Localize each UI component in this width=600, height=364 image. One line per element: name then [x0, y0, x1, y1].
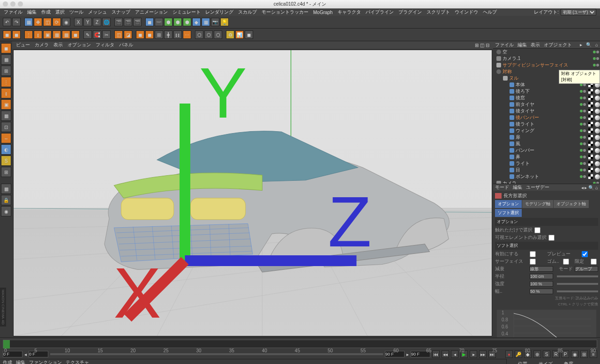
attr-tabs[interactable]: モード 編集 ユーザデー ◂ ▸ 🔍 ⌂ — [493, 184, 600, 191]
polys-button[interactable]: ▣ — [1, 99, 11, 110]
width-input[interactable] — [530, 289, 553, 294]
texture-axis-button[interactable]: ▦ — [1, 54, 11, 65]
z-axis-button[interactable]: Z — [93, 18, 101, 26]
reset-button[interactable]: ♻ — [226, 30, 234, 39]
camera-button[interactable]: 📷 — [211, 18, 219, 26]
rotate-button[interactable]: ⟳ — [52, 18, 61, 26]
extrude-button[interactable]: ◫ — [114, 30, 123, 39]
search-icon[interactable]: 🔍 — [586, 42, 592, 47]
workplane-button[interactable]: ⊞ — [1, 66, 11, 76]
tree-row[interactable]: 前タイヤ — [493, 101, 600, 108]
uv-points-button[interactable]: ⊡ — [1, 122, 11, 132]
align-button[interactable]: ⊞ — [155, 30, 163, 39]
chk-touch-select[interactable] — [534, 227, 540, 233]
tree-row[interactable]: 後窓 — [493, 95, 600, 101]
tree-row[interactable]: 目 — [493, 167, 600, 173]
array-button[interactable]: ⋯ — [183, 30, 191, 39]
tree-row[interactable]: バンパー — [493, 147, 600, 154]
poly-mode-button[interactable]: ▣ — [43, 30, 52, 39]
chk-surface[interactable] — [530, 259, 536, 265]
mattab-function[interactable]: ファンクション — [29, 359, 62, 364]
tb-9[interactable]: ◼ — [136, 30, 144, 39]
home-icon[interactable]: ⌂ — [595, 42, 598, 47]
knife-button[interactable]: ✂ — [102, 30, 111, 39]
uv-mode-button[interactable]: ▦ — [62, 30, 70, 39]
lock-button[interactable]: 🔒 — [1, 195, 11, 205]
tree-row[interactable]: カメラ — [493, 180, 600, 184]
axis-button[interactable]: ↔ — [1, 133, 11, 143]
deformer-button[interactable]: ◆ — [192, 18, 201, 26]
scale-button[interactable]: ◫ — [43, 18, 52, 26]
tab-option[interactable]: オプション — [495, 200, 522, 208]
menu-mograph[interactable]: MoGraph — [313, 10, 333, 15]
tree-row[interactable]: サブディビジョンサーフェイス — [493, 62, 600, 68]
light-button[interactable]: 💡 — [220, 18, 229, 26]
tweak-button[interactable]: ◐ — [1, 144, 11, 155]
menu-anim[interactable]: アニメーション — [135, 9, 168, 15]
mattab-texture[interactable]: テクスチャ — [66, 359, 89, 364]
workplane2-button[interactable]: ▦ — [1, 184, 11, 194]
edges-button[interactable]: ⫿ — [1, 88, 11, 98]
menu-edit[interactable]: 編集 — [27, 9, 37, 15]
mattab-create[interactable]: 作成 — [3, 359, 12, 364]
object-manager-tree[interactable]: 空カメラ.1サブディビジョンサーフェイス対称対称 オブジェクト [対称]ヌル本体… — [493, 49, 600, 184]
attr-nav-icon[interactable]: ◂ ▸ 🔍 ⌂ — [581, 185, 598, 190]
tree-row[interactable]: 後タイヤ — [493, 108, 600, 114]
falloff-graph[interactable]: 10.80.60.40.20 00.20.40.60.81 — [497, 310, 596, 337]
tb-11[interactable]: ⬡ — [214, 30, 222, 39]
undo-button[interactable]: ↶ — [3, 18, 11, 26]
tb-10[interactable]: ◼ — [145, 30, 154, 39]
chk-preview[interactable] — [582, 251, 588, 257]
optimize-button[interactable]: ⬡ — [195, 30, 203, 39]
objtab-view[interactable]: 表示 — [531, 42, 540, 48]
environment-button[interactable]: ▦ — [202, 18, 210, 26]
chk-rubber[interactable] — [563, 259, 569, 265]
radius-slider[interactable] — [557, 275, 598, 277]
menu-snap[interactable]: スナップ — [112, 9, 130, 15]
chk-visible-only[interactable] — [548, 235, 555, 241]
viewport-3d[interactable]: Y Z X — [13, 50, 492, 336]
tree-row[interactable]: 後ライト — [493, 121, 600, 127]
chk-enable[interactable] — [530, 251, 536, 257]
tree-row[interactable]: ボンネット — [493, 173, 600, 180]
redo-button[interactable]: ↷ — [12, 18, 21, 26]
menu-help[interactable]: ヘルプ — [483, 9, 497, 15]
tb-8[interactable]: ◼ — [71, 30, 80, 39]
attr-edit-tab[interactable]: 編集 — [513, 184, 522, 191]
brush-button[interactable]: ✎ — [83, 30, 92, 39]
generator2-button[interactable]: ⬢ — [173, 18, 182, 26]
model-mode-button[interactable]: ◼ — [12, 30, 21, 39]
stats-button[interactable]: 📊 — [235, 30, 244, 39]
mode-select[interactable] — [575, 266, 598, 272]
points-button[interactable]: ⋮ — [1, 77, 11, 87]
uv-polys-button[interactable]: ▦ — [1, 111, 11, 121]
menu-render[interactable]: レンダリング — [205, 9, 233, 15]
menu-character[interactable]: キャラクタ — [338, 9, 361, 15]
connect-button[interactable]: ⬡ — [204, 30, 213, 39]
strength-input[interactable] — [530, 281, 553, 287]
render-region-button[interactable]: 🎬 — [124, 18, 132, 26]
obj-mode-button[interactable]: ◼ — [1, 43, 11, 53]
tree-row[interactable]: 風 — [493, 141, 600, 147]
x-axis-button[interactable]: X — [74, 18, 82, 26]
move-button[interactable]: ✥ — [34, 18, 42, 26]
tab-soft-select[interactable]: ソフト選択 — [495, 209, 522, 217]
menu-sim[interactable]: シミュレート — [172, 9, 201, 15]
tab-modeling-axis[interactable]: モデリング軸 — [522, 200, 553, 208]
timeline-playhead[interactable] — [3, 340, 10, 349]
objtab-object[interactable]: オブジェクト — [544, 42, 572, 48]
objtab-file[interactable]: ファイル — [495, 42, 514, 48]
attr-mode-tab[interactable]: モード — [495, 184, 509, 191]
timeline-ruler[interactable]: 051015202530354045505560657075808590 — [0, 337, 600, 349]
objtab-edit[interactable]: 編集 — [518, 42, 527, 48]
tree-row[interactable]: 後バンパー — [493, 114, 600, 121]
tb-l1[interactable]: ◉ — [1, 206, 11, 216]
menu-file[interactable]: ファイル — [4, 9, 22, 15]
render-view-button[interactable]: 🎬 — [114, 18, 123, 26]
mirror-button[interactable]: ⫿⫿ — [173, 30, 182, 39]
menu-plugins[interactable]: プラグイン — [398, 9, 422, 15]
mattab-edit[interactable]: 編集 — [16, 359, 25, 364]
point-mode-button[interactable]: ⋮ — [24, 30, 33, 39]
width-slider[interactable] — [557, 290, 598, 292]
traffic-lights[interactable] — [3, 1, 23, 7]
